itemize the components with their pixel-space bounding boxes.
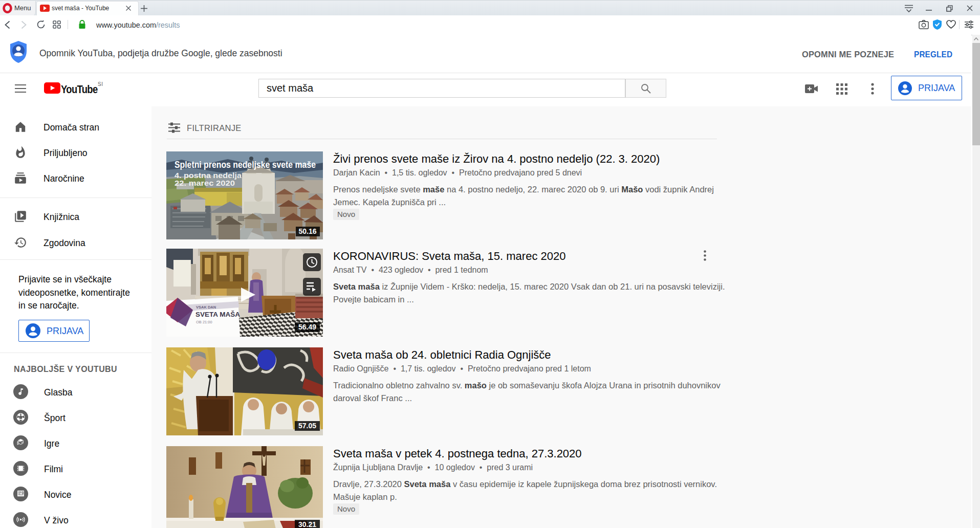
svg-text:OB 21:00: OB 21:00 bbox=[196, 320, 212, 324]
svg-text:VSAK DAN: VSAK DAN bbox=[196, 305, 216, 310]
svg-text:56.49: 56.49 bbox=[298, 323, 316, 331]
svg-text:30.21: 30.21 bbox=[298, 520, 316, 528]
svg-text:22. marec 2020: 22. marec 2020 bbox=[175, 179, 235, 187]
svg-text:SVETA MAŠA: SVETA MAŠA bbox=[195, 311, 240, 318]
svg-text:50.16: 50.16 bbox=[298, 227, 316, 235]
svg-text:Spletni prenos nedeljske svete: Spletni prenos nedeljske svete maše bbox=[175, 159, 316, 170]
svg-text:57.05: 57.05 bbox=[298, 422, 316, 430]
